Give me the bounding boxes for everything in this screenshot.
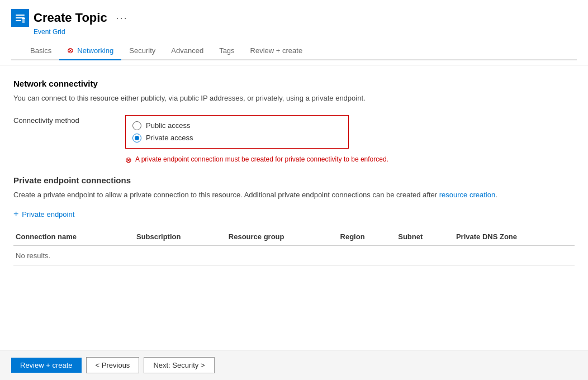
radio-public-access[interactable]: Public access [132, 121, 342, 130]
tab-bar: Basics ⊗ Networking Security Advanced Ta… [11, 41, 577, 60]
network-connectivity-title: Network connectivity [13, 79, 575, 88]
svg-rect-4 [22, 18, 25, 19]
tab-security[interactable]: Security [121, 42, 163, 60]
resource-creation-link[interactable]: resource creation [439, 191, 495, 199]
tab-networking-error-icon: ⊗ [67, 46, 74, 55]
main-content: Network connectivity You can connect to … [0, 65, 588, 350]
svg-rect-0 [16, 15, 25, 16]
tab-basics[interactable]: Basics [22, 42, 59, 60]
tab-advanced-label: Advanced [171, 46, 203, 55]
table-header-row: Connection name Subscription Resource gr… [13, 228, 575, 246]
private-endpoints-title: Private endpoint connections [13, 175, 575, 185]
col-subscription: Subscription [134, 228, 226, 246]
network-connectivity-desc: You can connect to this resource either … [13, 93, 575, 104]
connectivity-radio-group: Public access Private access [125, 115, 349, 149]
private-endpoints-table: Connection name Subscription Resource gr… [13, 228, 575, 266]
header-subtitle[interactable]: Event Grid [34, 28, 577, 36]
tab-tags-label: Tags [219, 46, 234, 55]
col-region: Region [338, 228, 396, 246]
add-private-endpoint-button[interactable]: + Private endpoint [13, 209, 575, 219]
tab-networking[interactable]: ⊗ Networking [59, 41, 121, 60]
connectivity-error-message: ⊗ A private endpoint connection must be … [125, 155, 575, 164]
error-icon: ⊗ [125, 155, 132, 164]
private-endpoints-desc-text2: . [495, 191, 497, 199]
private-endpoints-desc-text1: Create a private endpoint to allow a pri… [13, 191, 439, 199]
radio-private-access[interactable]: Private access [132, 134, 342, 142]
tab-tags[interactable]: Tags [211, 42, 242, 60]
table-no-results-row: No results. [13, 246, 575, 266]
add-endpoint-label: Private endpoint [22, 210, 74, 218]
radio-public-circle[interactable] [132, 121, 141, 130]
private-endpoints-desc: Create a private endpoint to allow a pri… [13, 189, 575, 201]
add-icon: + [13, 209, 18, 219]
tab-review-create-label: Review + create [250, 46, 303, 55]
col-resource-group: Resource group [226, 228, 338, 246]
footer: Review + create < Previous Next: Securit… [0, 350, 588, 380]
col-dns-zone: Private DNS Zone [454, 228, 575, 246]
col-connection-name: Connection name [13, 228, 134, 246]
col-subnet: Subnet [396, 228, 454, 246]
connectivity-method-label: Connectivity method [13, 115, 125, 125]
tab-networking-label: Networking [77, 46, 113, 55]
radio-private-label: Private access [146, 134, 193, 142]
page-icon [11, 9, 29, 27]
error-text: A private endpoint connection must be cr… [135, 155, 388, 163]
tab-basics-label: Basics [30, 46, 51, 55]
header-menu-dots[interactable]: ··· [116, 12, 128, 24]
tab-review-create[interactable]: Review + create [243, 42, 311, 60]
connectivity-method-row: Connectivity method Public access Privat… [13, 115, 575, 149]
radio-public-label: Public access [146, 121, 190, 130]
review-create-button[interactable]: Review + create [11, 358, 82, 373]
no-results-cell: No results. [13, 246, 575, 266]
svg-rect-3 [22, 18, 25, 23]
radio-private-circle[interactable] [132, 134, 141, 142]
previous-button[interactable]: < Previous [86, 357, 140, 373]
page-title: Create Topic [34, 11, 107, 25]
next-security-button[interactable]: Next: Security > [144, 357, 214, 373]
svg-rect-2 [16, 20, 21, 21]
tab-advanced[interactable]: Advanced [163, 42, 211, 60]
tab-security-label: Security [129, 46, 155, 55]
